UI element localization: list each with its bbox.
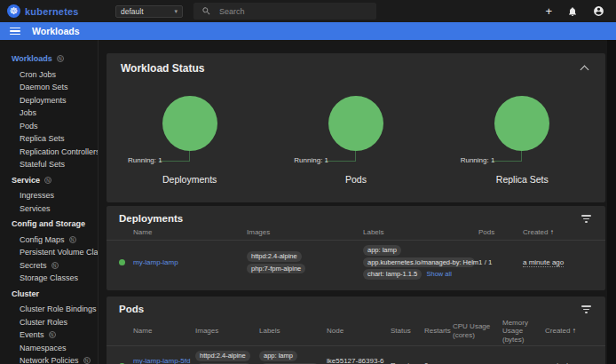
sidebar-item-label: Events: [20, 330, 44, 339]
workload-status-card: Workload Status Running: 1DeploymentsRun…: [107, 53, 605, 202]
sidebar-item-daemon-sets[interactable]: Daemon Sets: [0, 81, 98, 94]
col-node[interactable]: Node: [327, 327, 391, 336]
workload-charts: Running: 1DeploymentsRunning: 1PodsRunni…: [107, 75, 605, 197]
col-memory[interactable]: Memory Usage (bytes): [502, 319, 545, 344]
sidebar-item-ingresses[interactable]: Ingresses: [0, 189, 98, 202]
sidebar-item-stateful-sets[interactable]: Stateful Sets: [0, 158, 98, 171]
col-images[interactable]: Images: [247, 228, 363, 237]
sidebar-item-services[interactable]: Services: [0, 202, 98, 216]
deployment-name-link[interactable]: my-lamp-lamp: [133, 258, 178, 266]
sidebar-item-deployments[interactable]: Deployments: [0, 94, 98, 107]
sidebar-item-label: Deployments: [20, 96, 67, 105]
label-chip: app: lamp: [259, 351, 297, 360]
sidebar-item-cron-jobs[interactable]: Cron Jobs: [0, 68, 98, 82]
image-chip: php:7-fpm-alpine: [247, 264, 305, 273]
sidebar-item-cluster-roles[interactable]: Cluster Roles: [0, 316, 98, 329]
sidebar-item-workloads[interactable]: WorkloadsN: [0, 52, 98, 66]
pod-name-link[interactable]: my-lamp-lamp-5fd985cf68-jwvz4: [133, 357, 190, 364]
chart-status-label: Running: 1: [461, 156, 495, 164]
sidebar-item-storage-classes[interactable]: Storage Classes: [0, 272, 98, 285]
sidebar-item-config-and-storage[interactable]: Config and Storage: [0, 218, 98, 231]
col-name[interactable]: Name: [133, 228, 247, 237]
sidebar-item-config-maps[interactable]: Config MapsN: [0, 233, 98, 247]
sidebar-item-cluster[interactable]: Cluster: [0, 288, 98, 301]
filter-icon[interactable]: [580, 213, 593, 225]
sidebar-item-replication-controllers[interactable]: Replication Controllers: [0, 146, 98, 159]
deployments-title: Deployments: [119, 213, 183, 224]
col-restarts[interactable]: Restarts: [424, 327, 453, 336]
col-cpu[interactable]: CPU Usage (cores): [453, 322, 502, 339]
col-created[interactable]: Created ↑: [523, 228, 593, 237]
deployment-images: httpd:2.4-alpinephp:7-fpm-alpine: [247, 250, 363, 274]
scrollbar-track[interactable]: [607, 40, 616, 364]
sidebar-item-events[interactable]: EventsN: [0, 328, 98, 342]
create-resource-button[interactable]: +: [545, 6, 552, 17]
search-input[interactable]: [219, 7, 352, 16]
show-all-link[interactable]: Show all: [427, 270, 452, 278]
legend-connector: [159, 151, 190, 162]
topbar-actions: +: [545, 5, 609, 17]
sidebar-item-label: Pods: [20, 122, 38, 131]
sidebar-item-secrets[interactable]: SecretsN: [0, 259, 98, 273]
pods-card: Pods Name Images Labels Node Status Rest…: [107, 297, 605, 364]
sidebar-item-pods[interactable]: Pods: [0, 120, 98, 133]
image-chip: httpd:2.4-alpine: [195, 351, 250, 360]
app-bar: Workloads: [0, 22, 616, 40]
chevron-down-icon: ▾: [174, 8, 178, 15]
sidebar-item-label: Jobs: [20, 108, 36, 117]
sidebar-item-label: Network Policies: [20, 356, 79, 364]
sidebar-item-label: Persistent Volume Claims: [20, 248, 98, 257]
col-created[interactable]: Created ↑: [545, 327, 593, 336]
label-chip: app: lamp: [363, 245, 401, 255]
collapse-chevron-up-icon[interactable]: [580, 64, 589, 73]
col-labels[interactable]: Labels: [363, 228, 478, 237]
search-box[interactable]: [193, 3, 376, 20]
bell-icon: [567, 6, 578, 17]
chart-status-label: Running: 1: [128, 156, 162, 164]
notifications-button[interactable]: [567, 6, 578, 17]
sidebar-item-network-policies[interactable]: Network PoliciesN: [0, 354, 98, 364]
sidebar-item-label: Storage Classes: [20, 273, 78, 282]
sidebar-item-service[interactable]: ServiceN: [0, 174, 98, 187]
label-chip: app.kubernetes.io/managed-by: Helm: [363, 257, 475, 267]
menu-icon[interactable]: [10, 28, 20, 36]
sidebar-item-namespaces[interactable]: Namespaces: [0, 342, 98, 355]
sidebar-item-label: Cron Jobs: [20, 70, 56, 79]
brand[interactable]: ☸ kubernetes: [7, 4, 107, 18]
sidebar-item-jobs[interactable]: Jobs: [0, 107, 98, 120]
pods-table-header: Name Images Labels Node Status Restarts …: [107, 317, 605, 347]
col-labels[interactable]: Labels: [259, 327, 327, 336]
legend-connector: [492, 151, 523, 162]
sidebar-item-replica-sets[interactable]: Replica Sets: [0, 132, 98, 146]
namespace-selector[interactable]: default ▾: [115, 5, 183, 18]
pod-images: httpd:2.4-alpinephp:7-fpm-alpine: [195, 350, 259, 364]
sidebar-item-label: Config Maps: [20, 235, 65, 244]
sidebar-item-persistent-volume-claims[interactable]: Persistent Volume ClaimsN: [0, 246, 98, 259]
workload-status-title: Workload Status: [121, 62, 204, 75]
col-pods[interactable]: Pods: [478, 228, 523, 237]
account-button[interactable]: [593, 5, 604, 17]
col-images[interactable]: Images: [195, 327, 259, 336]
chart-title: Pods: [272, 174, 438, 185]
col-name[interactable]: Name: [133, 327, 195, 336]
chart-title: Deployments: [107, 174, 272, 185]
image-chip: httpd:2.4-alpine: [247, 251, 302, 261]
workload-chart-pods: Running: 1Pods: [272, 75, 438, 197]
account-icon: [593, 5, 604, 17]
deployment-created: a minute ago: [523, 258, 564, 267]
status-ok-icon: [119, 259, 125, 265]
pod-node: lke55127-86393-622f8d09399a: [327, 357, 391, 364]
namespaced-indicator-icon: N: [69, 236, 76, 243]
namespaced-indicator-icon: N: [49, 331, 56, 338]
filter-icon[interactable]: [580, 304, 593, 315]
sidebar-item-label: Services: [20, 204, 51, 213]
sidebar-item-cluster-role-bindings[interactable]: Cluster Role Bindings: [0, 303, 98, 316]
namespaced-indicator-icon: N: [83, 357, 91, 364]
pie-chart: [162, 96, 217, 151]
kubernetes-dashboard: ☸ kubernetes default ▾ + Workloads Workl…: [0, 0, 616, 364]
col-status[interactable]: Status: [391, 327, 424, 336]
namespaced-indicator-icon: N: [57, 55, 64, 62]
chart-title: Replica Sets: [439, 174, 605, 185]
page-title: Workloads: [32, 26, 79, 36]
sidebar-item-label: Stateful Sets: [20, 160, 65, 169]
